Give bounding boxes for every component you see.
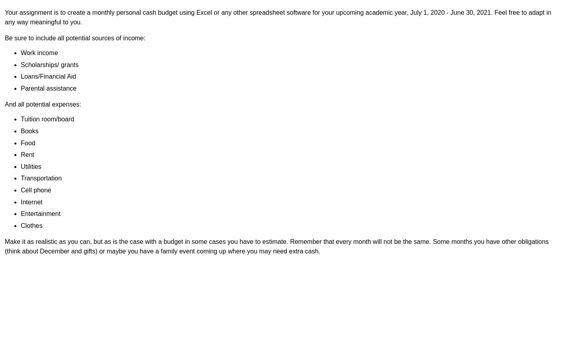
list-item: Scholarships/ grants — [21, 60, 553, 70]
expenses-list: Tuition room/boardBooksFoodRentUtilities… — [21, 114, 553, 231]
expenses-section-label: And all potential expenses: — [5, 100, 553, 109]
page-content: Your assignment is to create a monthly p… — [3, 8, 554, 256]
list-item: Transportation — [21, 173, 553, 184]
income-section-label: Be sure to include all potential sources… — [5, 34, 553, 43]
list-item: Cell phone — [21, 185, 553, 196]
list-item: Utilities — [21, 162, 553, 172]
list-item: Food — [21, 138, 553, 148]
list-item: Loans/Financial Aid — [21, 71, 553, 82]
list-item: Internet — [21, 197, 553, 208]
intro-paragraph: Your assignment is to create a monthly p… — [5, 8, 553, 27]
list-item: Clothes — [21, 221, 553, 231]
list-item: Work income — [21, 48, 553, 58]
list-item: Parental assistance — [21, 83, 553, 94]
list-item: Entertainment — [21, 209, 553, 219]
list-item: Tuition room/board — [21, 114, 553, 125]
closing-paragraph: Make it as realistic as you can, but as … — [5, 237, 553, 256]
list-item: Rent — [21, 150, 553, 160]
list-item: Books — [21, 126, 553, 136]
income-list: Work incomeScholarships/ grants Loans/Fi… — [21, 48, 553, 93]
